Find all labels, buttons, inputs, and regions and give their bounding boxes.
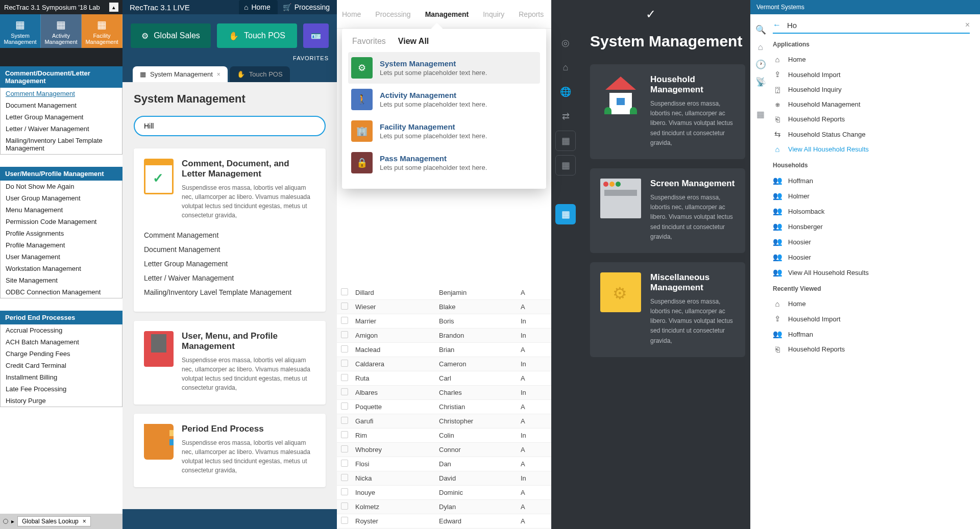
clear-icon[interactable]: × xyxy=(965,20,970,30)
search-result-item[interactable]: ⌂View All Household Results xyxy=(773,142,970,157)
table-row[interactable]: RutaCarlA xyxy=(337,371,551,386)
search-result-item[interactable]: ⇪Household Import xyxy=(773,67,970,82)
dropdown-item[interactable]: 🔒Pass ManagementLets put some placeholde… xyxy=(342,147,546,179)
search-result-item[interactable]: ⇆Household Status Change xyxy=(773,127,970,142)
nav-item[interactable]: Inquiry xyxy=(483,10,504,18)
sidebar-home-icon[interactable]: ⌂ xyxy=(555,57,576,78)
table-row[interactable]: CaldareraCameronIn xyxy=(337,357,551,371)
nav-processing[interactable]: 🛒Processing xyxy=(278,0,337,14)
legacy-list-item[interactable]: Menu Management xyxy=(1,204,122,216)
search-result-item[interactable]: 👥View All Household Results xyxy=(773,265,970,280)
table-row[interactable]: MacleadBrianA xyxy=(337,343,551,357)
search-result-item[interactable]: 👥Hoosier xyxy=(773,249,970,265)
checkbox[interactable] xyxy=(341,445,348,452)
search-result-item[interactable]: 👥Holsomback xyxy=(773,204,970,219)
dark-card[interactable]: Household ManagementSuspendisse eros mas… xyxy=(590,64,745,159)
legacy-list-item[interactable]: Mailing/Inventory Label Template Managem… xyxy=(1,135,122,154)
search-result-item[interactable]: ⇪Household Import xyxy=(773,311,970,326)
nav-item[interactable]: Processing xyxy=(375,10,410,18)
search-result-item[interactable]: ⌂Home xyxy=(773,52,970,67)
checkbox[interactable] xyxy=(341,388,348,395)
tile-activity-management[interactable]: ▦Activity Management xyxy=(41,14,82,48)
table-row[interactable]: KolmetzDylanA xyxy=(337,500,551,514)
table-row[interactable]: RoysterEdwardA xyxy=(337,514,551,528)
checkbox[interactable] xyxy=(341,502,348,510)
legacy-list-item[interactable]: ODBC Connection Management xyxy=(1,286,122,298)
nav-item[interactable]: Reports xyxy=(519,10,544,18)
tab-touch-pos[interactable]: ✋Touch POS xyxy=(230,66,290,82)
legacy-list-item[interactable]: Late Fee Processing xyxy=(1,383,122,395)
card-link[interactable]: Letter / Waiver Management xyxy=(144,271,315,285)
search-result-item[interactable]: 👥Holmer xyxy=(773,188,970,204)
favorites-link[interactable]: FAVORITES xyxy=(122,53,337,66)
third-button[interactable]: 🪪 xyxy=(303,23,329,48)
search-input[interactable] xyxy=(787,21,959,30)
dark-card[interactable]: Screen ManagementSuspendisse eros massa,… xyxy=(590,168,745,253)
checkbox[interactable] xyxy=(341,417,348,424)
legacy-list-item[interactable]: Letter / Waiver Management xyxy=(1,123,122,135)
table-row[interactable]: WieserBlakeA xyxy=(337,300,551,314)
table-row[interactable]: DillardBenjaminA xyxy=(337,286,551,300)
checkbox[interactable] xyxy=(341,474,348,481)
sidebar-apps-icon[interactable]: ▦ xyxy=(555,204,576,224)
card-link[interactable]: Letter Group Management xyxy=(144,257,315,271)
search-result-item[interactable]: ⍰Household Inquiry xyxy=(773,82,970,97)
nav-home[interactable]: ⌂Home xyxy=(239,0,278,14)
search-input[interactable] xyxy=(134,116,326,136)
legacy-list-item[interactable]: Profile Management xyxy=(1,239,122,251)
antenna-icon[interactable]: 📡 xyxy=(750,73,771,91)
sidebar-grid-icon[interactable]: ▦ xyxy=(555,155,576,175)
checkbox[interactable] xyxy=(341,331,348,338)
tab-system-management[interactable]: ▦System Management× xyxy=(133,66,228,82)
checkbox[interactable] xyxy=(341,374,348,381)
table-row[interactable]: RimColinIn xyxy=(337,429,551,443)
sidebar-target-icon[interactable]: ◎ xyxy=(555,33,576,53)
home-icon[interactable]: ⌂ xyxy=(750,39,771,56)
card-link[interactable]: Comment Management xyxy=(144,228,315,242)
legacy-list-item[interactable]: User Management xyxy=(1,251,122,263)
legacy-list-item[interactable]: Comment Management xyxy=(1,88,122,99)
sidebar-shuffle-icon[interactable]: ⇄ xyxy=(555,106,576,127)
legacy-list-item[interactable]: Installment Billing xyxy=(1,371,122,383)
search-icon[interactable]: 🔍 xyxy=(750,21,771,39)
nav-item[interactable]: Home xyxy=(342,10,361,18)
dropdown-item[interactable]: 🚶Activity ManagementLets put some placeh… xyxy=(342,84,546,115)
checkbox[interactable] xyxy=(341,402,348,410)
checkbox[interactable] xyxy=(341,460,348,467)
search-result-item[interactable]: 👥Honsberger xyxy=(773,219,970,234)
table-row[interactable]: MarrierBorisIn xyxy=(337,314,551,329)
legacy-list-item[interactable]: Accrual Processing xyxy=(1,324,122,336)
table-row[interactable]: FlosiDanA xyxy=(337,457,551,471)
close-icon[interactable]: × xyxy=(83,518,86,525)
card-link[interactable]: Document Management xyxy=(144,242,315,257)
checkbox[interactable] xyxy=(341,317,348,324)
dropdown-item[interactable]: 🏢Facility ManagementLets put some placeh… xyxy=(342,115,546,147)
sidebar-grid-icon[interactable]: ▦ xyxy=(555,131,576,151)
legacy-list-item[interactable]: Document Management xyxy=(1,99,122,111)
legacy-list-item[interactable]: ACH Batch Management xyxy=(1,336,122,348)
grid-icon[interactable]: ▦ xyxy=(750,106,771,123)
tile-system-management[interactable]: ▦System Management xyxy=(0,14,41,48)
touch-pos-button[interactable]: ✋Touch POS xyxy=(217,23,297,48)
sidebar-globe-icon[interactable]: 🌐 xyxy=(555,82,576,102)
search-result-item[interactable]: ⎗Household Reports xyxy=(773,342,970,357)
checkbox[interactable] xyxy=(341,303,348,310)
checkbox[interactable] xyxy=(341,488,348,495)
legacy-list-item[interactable]: Workstation Management xyxy=(1,263,122,274)
checkbox[interactable] xyxy=(341,431,348,438)
legacy-list-item[interactable]: Letter Group Management xyxy=(1,111,122,123)
legacy-list-item[interactable]: History Purge xyxy=(1,395,122,407)
search-result-item[interactable]: 👥Hoffman xyxy=(773,173,970,188)
legacy-dropdown-toggle[interactable]: ▴ xyxy=(109,3,118,12)
checkbox[interactable] xyxy=(341,360,348,367)
search-result-item[interactable]: 👥Hoosier xyxy=(773,234,970,249)
dropdown-item[interactable]: ⚙System ManagementLets put some placehol… xyxy=(348,52,540,84)
back-icon[interactable]: ← xyxy=(773,20,781,30)
search-result-item[interactable]: 👥Hoffman xyxy=(773,326,970,342)
nav-item[interactable]: Management xyxy=(425,10,469,18)
legacy-list-item[interactable]: Profile Assignments xyxy=(1,228,122,239)
dark-card[interactable]: Miscellaneous ManagementSuspendisse eros… xyxy=(590,262,745,357)
table-row[interactable]: NickaDavidIn xyxy=(337,471,551,486)
table-row[interactable]: PoquetteChristianA xyxy=(337,400,551,414)
table-row[interactable]: GarufiChristopherA xyxy=(337,414,551,429)
